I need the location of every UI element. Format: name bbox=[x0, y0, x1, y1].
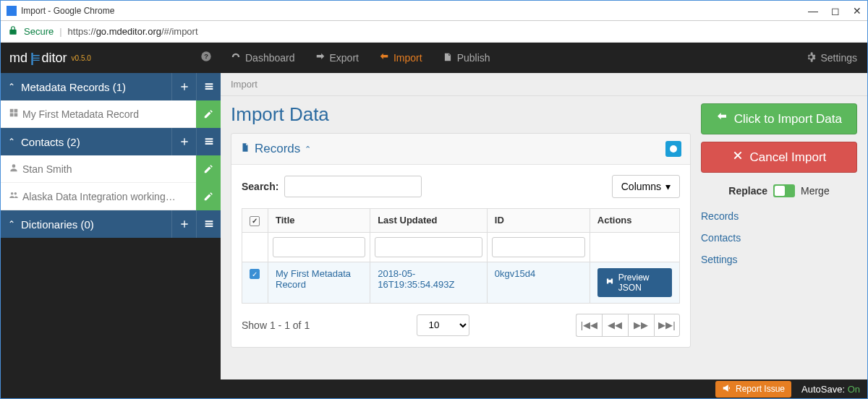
help-icon[interactable]: ? bbox=[200, 51, 212, 65]
export-icon bbox=[315, 52, 326, 64]
main-content: Import Import Data Records ⌃ bbox=[221, 73, 867, 379]
filter-updated-input[interactable] bbox=[375, 237, 482, 257]
url-text[interactable]: https://go.mdeditor.org/#/import bbox=[68, 26, 198, 37]
cell-updated: 2018-05-16T19:35:54.493Z bbox=[370, 262, 488, 303]
nav-dashboard[interactable]: Dashboard bbox=[221, 43, 305, 73]
page-size-select[interactable]: 10 bbox=[417, 314, 469, 336]
link-records[interactable]: Records bbox=[701, 210, 857, 222]
lock-icon bbox=[8, 25, 18, 38]
search-input[interactable] bbox=[284, 176, 422, 197]
records-panel: Records ⌃ Search: Columns bbox=[231, 133, 691, 348]
cancel-button-label: Cancel Import bbox=[749, 150, 826, 164]
col-id[interactable]: ID bbox=[487, 209, 590, 233]
edit-button[interactable] bbox=[196, 100, 221, 128]
sidebar: ⌃ Metadata Records (1) My First Metadata… bbox=[1, 73, 221, 379]
app-logo: md|≡ditorv0.5.0 bbox=[9, 51, 91, 66]
col-last-updated[interactable]: Last Updated bbox=[370, 209, 488, 233]
link-contacts[interactable]: Contacts bbox=[701, 232, 857, 244]
app-icon bbox=[7, 6, 17, 16]
user-icon bbox=[1, 163, 22, 175]
nav-import[interactable]: Import bbox=[369, 43, 433, 73]
file-icon bbox=[240, 142, 250, 156]
address-bar: Secure | https://go.mdeditor.org/#/impor… bbox=[1, 21, 867, 43]
replace-merge-toggle[interactable] bbox=[773, 184, 795, 197]
signin-icon bbox=[716, 112, 728, 126]
panel-title-text: Records bbox=[255, 142, 300, 156]
sidebar-item-contact-0[interactable]: Stan Smith bbox=[1, 155, 221, 183]
table-row[interactable]: ✓ My First Metadata Record 2018-05-16T19… bbox=[242, 262, 680, 303]
nav-dashboard-label: Dashboard bbox=[245, 52, 295, 64]
import-data-button[interactable]: Click to Import Data bbox=[701, 103, 857, 134]
columns-button[interactable]: Columns ▾ bbox=[612, 175, 680, 198]
sidebar-item-contact-1[interactable]: Alaska Data Integration working… bbox=[1, 183, 221, 210]
sidebar-item-label: Alaska Data Integration working… bbox=[22, 191, 196, 202]
list-contacts-button[interactable] bbox=[196, 128, 221, 155]
window-titlebar: Import - Google Chrome — ◻ ✕ bbox=[1, 1, 867, 21]
cancel-import-button[interactable]: Cancel Import bbox=[701, 142, 857, 173]
nav-export[interactable]: Export bbox=[305, 43, 369, 73]
sidebar-item-label: My First Metadata Record bbox=[22, 108, 196, 120]
cell-title: My First Metadata Record bbox=[268, 262, 370, 303]
import-icon bbox=[379, 52, 389, 64]
next-page-button[interactable]: ▶▶ bbox=[628, 314, 654, 337]
add-contact-button[interactable] bbox=[171, 128, 196, 155]
status-bar: Report Issue AutoSave: On bbox=[1, 379, 867, 398]
columns-label: Columns bbox=[621, 181, 661, 192]
panel-title[interactable]: Records ⌃ bbox=[240, 142, 311, 156]
pagination: |◀◀ ◀◀ ▶▶ ▶▶| bbox=[576, 314, 680, 337]
show-text: Show 1 - 1 of 1 bbox=[242, 319, 310, 331]
row-checkbox[interactable]: ✓ bbox=[250, 269, 260, 279]
add-dictionary-button[interactable] bbox=[171, 210, 196, 238]
nav-publish[interactable]: Publish bbox=[433, 43, 501, 73]
sidebar-item-label: Stan Smith bbox=[22, 163, 196, 175]
page-title: Import Data bbox=[231, 103, 691, 126]
cell-id: 0kgv15d4 bbox=[487, 262, 590, 303]
maximize-button[interactable]: ◻ bbox=[831, 5, 840, 17]
records-table: ✓ Title Last Updated ID Actions bbox=[242, 208, 680, 304]
first-page-button[interactable]: |◀◀ bbox=[576, 314, 602, 337]
panel-toggle-button[interactable] bbox=[665, 141, 681, 157]
add-metadata-button[interactable] bbox=[171, 73, 196, 100]
filter-title-input[interactable] bbox=[273, 237, 365, 257]
link-settings[interactable]: Settings bbox=[701, 254, 857, 265]
select-all-checkbox[interactable]: ✓ bbox=[250, 216, 260, 226]
preview-json-button[interactable]: Preview JSON bbox=[597, 268, 672, 297]
edit-button[interactable] bbox=[196, 183, 221, 210]
import-button-label: Click to Import Data bbox=[734, 112, 842, 126]
filter-id-input[interactable] bbox=[492, 237, 585, 257]
gear-icon bbox=[806, 52, 816, 64]
last-page-button[interactable]: ▶▶| bbox=[654, 314, 680, 337]
caret-down-icon: ▾ bbox=[665, 181, 671, 192]
sidebar-section-dictionaries[interactable]: ⌃ Dictionaries (0) bbox=[1, 210, 221, 238]
close-button[interactable]: ✕ bbox=[853, 5, 861, 17]
chevron-up-icon: ⌃ bbox=[1, 137, 21, 147]
sidebar-section-label: Contacts (2) bbox=[21, 136, 171, 148]
toggle-label-right: Merge bbox=[801, 185, 830, 197]
nav-publish-label: Publish bbox=[457, 52, 490, 64]
prev-page-button[interactable]: ◀◀ bbox=[602, 314, 628, 337]
toggle-label-left: Replace bbox=[728, 185, 767, 197]
sidebar-item-metadata-0[interactable]: My First Metadata Record bbox=[1, 100, 221, 128]
sidebar-section-label: Metadata Records (1) bbox=[21, 81, 171, 93]
chevron-up-icon: ⌃ bbox=[305, 145, 311, 154]
col-title[interactable]: Title bbox=[268, 209, 370, 233]
divider: | bbox=[59, 26, 61, 37]
report-issue-button[interactable]: Report Issue bbox=[715, 381, 791, 398]
bullhorn-icon bbox=[722, 383, 732, 395]
minimize-button[interactable]: — bbox=[808, 5, 818, 17]
nav-settings[interactable]: Settings bbox=[806, 43, 867, 73]
binoculars-icon bbox=[605, 276, 615, 288]
list-dictionaries-button[interactable] bbox=[196, 210, 221, 238]
sidebar-section-metadata[interactable]: ⌃ Metadata Records (1) bbox=[1, 73, 221, 100]
secure-label: Secure bbox=[24, 26, 54, 37]
edit-button[interactable] bbox=[196, 155, 221, 183]
list-metadata-button[interactable] bbox=[196, 73, 221, 100]
dashboard-icon bbox=[231, 52, 241, 64]
autosave-status: AutoSave: On bbox=[801, 384, 860, 395]
publish-icon bbox=[443, 52, 453, 64]
sidebar-section-contacts[interactable]: ⌃ Contacts (2) bbox=[1, 128, 221, 155]
users-icon bbox=[1, 190, 22, 202]
app-nav: md|≡ditorv0.5.0 ? Dashboard Export Impor… bbox=[1, 43, 867, 73]
close-icon bbox=[732, 150, 744, 164]
search-label: Search: bbox=[242, 181, 278, 192]
